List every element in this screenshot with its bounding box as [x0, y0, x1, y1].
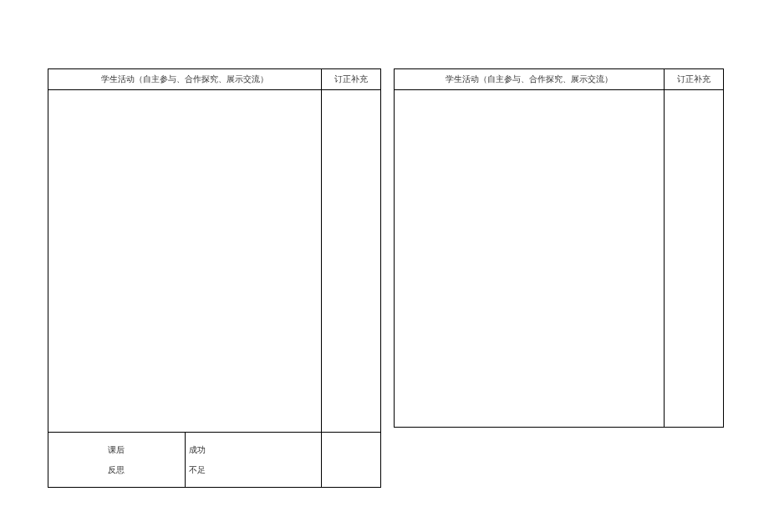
reflection-content-cell: 成功 不足: [185, 433, 322, 488]
left-table-block: 学生活动（自主参与、合作探究、展示交流） 订正补充 课后 反思 成功 不足: [48, 68, 380, 488]
right-header-row: 学生活动（自主参与、合作探究、展示交流） 订正补充: [395, 69, 724, 90]
page-container: 学生活动（自主参与、合作探究、展示交流） 订正补充 课后 反思 成功 不足: [48, 68, 723, 488]
reflection-content-line2: 不足: [189, 460, 320, 480]
reflection-label-line1: 课后: [50, 440, 183, 460]
right-body-activity: [395, 90, 665, 428]
left-body-row: [48, 90, 381, 433]
right-body-row: [395, 90, 724, 428]
left-header-activity: 学生活动（自主参与、合作探究、展示交流）: [48, 69, 322, 90]
right-body-revision: [665, 90, 724, 428]
right-header-revision: 订正补充: [665, 69, 724, 90]
left-table: 学生活动（自主参与、合作探究、展示交流） 订正补充 课后 反思 成功 不足: [48, 68, 381, 488]
reflection-rest-cell: [322, 433, 381, 488]
reflection-label-cell: 课后 反思: [48, 433, 186, 488]
right-header-activity: 学生活动（自主参与、合作探究、展示交流）: [395, 69, 665, 90]
reflection-content-line1: 成功: [189, 440, 320, 460]
left-body-activity: [48, 90, 322, 433]
left-body-revision: [322, 90, 381, 433]
left-header-revision: 订正补充: [322, 69, 381, 90]
reflection-label-line2: 反思: [50, 460, 183, 480]
left-header-row: 学生活动（自主参与、合作探究、展示交流） 订正补充: [48, 69, 381, 90]
right-table: 学生活动（自主参与、合作探究、展示交流） 订正补充: [394, 68, 724, 428]
right-table-block: 学生活动（自主参与、合作探究、展示交流） 订正补充: [394, 68, 723, 488]
left-reflection-row: 课后 反思 成功 不足: [48, 433, 381, 488]
